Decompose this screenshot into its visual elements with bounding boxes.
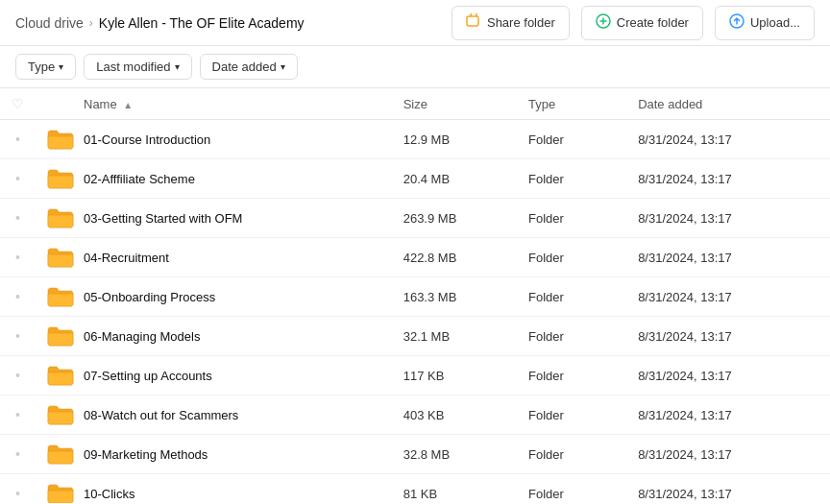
table-row[interactable]: • 10-Clicks 81 KBFolder8/31/2024, 13:17 xyxy=(0,474,830,504)
file-name-label: 07-Setting up Accounts xyxy=(84,369,212,383)
type-cell: Folder xyxy=(517,238,626,277)
name-sort-icon: ▲ xyxy=(123,100,133,110)
upload-label: Upload... xyxy=(750,15,800,30)
name-cell[interactable]: 08-Watch out for Scammers xyxy=(36,396,392,435)
folder-icon xyxy=(47,483,74,503)
size-col-header: Size xyxy=(392,88,517,120)
file-name-label: 05-Onboarding Process xyxy=(84,290,215,304)
size-cell: 163.3 MB xyxy=(392,277,517,317)
file-name-label: 08-Watch out for Scammers xyxy=(84,408,238,422)
type-cell: Folder xyxy=(517,317,626,356)
favorite-cell[interactable]: • xyxy=(0,199,36,238)
name-cell[interactable]: 04-Recruitment xyxy=(36,238,392,277)
name-cell[interactable]: 05-Onboarding Process xyxy=(36,277,392,317)
name-cell[interactable]: 10-Clicks xyxy=(36,474,392,504)
date-cell: 8/31/2024, 13:17 xyxy=(626,120,830,159)
favorite-icon[interactable]: • xyxy=(15,171,20,186)
heart-header-icon: ♡ xyxy=(12,96,24,111)
top-bar: Cloud drive › Kyle Allen - The OF Elite … xyxy=(0,0,830,46)
favorite-icon[interactable]: • xyxy=(15,328,20,344)
upload-button[interactable]: Upload... xyxy=(715,6,815,40)
name-col-label: Name xyxy=(84,97,117,111)
type-col-label: Type xyxy=(528,97,555,111)
share-folder-label: Share folder xyxy=(487,15,555,30)
file-table: ♡ Name ▲ Size Type Date added • xyxy=(0,88,830,503)
favorite-cell[interactable]: • xyxy=(0,435,36,474)
last-modified-filter-button[interactable]: Last modified ▾ xyxy=(84,54,191,80)
date-cell: 8/31/2024, 13:17 xyxy=(626,356,830,396)
table-row[interactable]: • 09-Marketing Methods 32.8 MBFolder8/31… xyxy=(0,435,830,474)
name-cell[interactable]: 06-Managing Models xyxy=(36,317,392,356)
table-row[interactable]: • 06-Managing Models 32.1 MBFolder8/31/2… xyxy=(0,317,830,356)
share-folder-button[interactable]: Share folder xyxy=(452,6,570,40)
svg-rect-0 xyxy=(467,16,478,26)
name-cell[interactable]: 07-Setting up Accounts xyxy=(36,356,392,396)
favorite-icon[interactable]: • xyxy=(15,446,20,462)
file-list-container: ♡ Name ▲ Size Type Date added • xyxy=(0,88,830,503)
type-cell: Folder xyxy=(517,474,626,504)
favorite-cell[interactable]: • xyxy=(0,238,36,277)
name-col-header[interactable]: Name ▲ xyxy=(36,88,392,120)
type-cell: Folder xyxy=(517,435,626,474)
type-filter-button[interactable]: Type ▾ xyxy=(15,54,76,80)
favorite-cell[interactable]: • xyxy=(0,396,36,435)
create-folder-button[interactable]: Create folder xyxy=(581,6,703,40)
file-name-label: 06-Managing Models xyxy=(84,329,200,344)
date-cell: 8/31/2024, 13:17 xyxy=(626,199,830,238)
folder-icon xyxy=(47,325,74,347)
name-cell[interactable]: 01-Course Introduction xyxy=(36,120,392,159)
favorite-icon[interactable]: • xyxy=(15,250,20,265)
table-row[interactable]: • 05-Onboarding Process 163.3 MBFolder8/… xyxy=(0,277,830,317)
size-cell: 20.4 MB xyxy=(392,159,517,199)
size-col-label: Size xyxy=(403,97,427,111)
table-row[interactable]: • 02-Afffiliate Scheme 20.4 MBFolder8/31… xyxy=(0,159,830,199)
current-folder-label: Kyle Allen - The OF Elite Academy xyxy=(99,15,305,31)
favorite-cell[interactable]: • xyxy=(0,120,36,159)
name-cell[interactable]: 09-Marketing Methods xyxy=(36,435,392,474)
favorite-icon[interactable]: • xyxy=(15,368,20,383)
favorite-icon[interactable]: • xyxy=(15,132,20,147)
size-cell: 32.1 MB xyxy=(392,317,517,356)
breadcrumb: Cloud drive › Kyle Allen - The OF Elite … xyxy=(15,15,305,31)
date-cell: 8/31/2024, 13:17 xyxy=(626,474,830,504)
table-row[interactable]: • 04-Recruitment 422.8 MBFolder8/31/2024… xyxy=(0,238,830,277)
favorite-cell[interactable]: • xyxy=(0,277,36,317)
table-row[interactable]: • 01-Course Introduction 12.9 MBFolder8/… xyxy=(0,120,830,159)
table-row[interactable]: • 03-Getting Started with OFM 263.9 MBFo… xyxy=(0,199,830,238)
folder-icon xyxy=(47,404,74,425)
favorite-icon[interactable]: • xyxy=(15,289,20,304)
name-cell[interactable]: 02-Afffiliate Scheme xyxy=(36,159,392,199)
table-header-row: ♡ Name ▲ Size Type Date added xyxy=(0,88,830,120)
folder-icon xyxy=(47,444,74,465)
name-cell[interactable]: 03-Getting Started with OFM xyxy=(36,199,392,238)
breadcrumb-separator: › xyxy=(89,16,93,30)
size-cell: 32.8 MB xyxy=(392,435,517,474)
upload-icon xyxy=(729,13,745,33)
favorite-cell[interactable]: • xyxy=(0,159,36,199)
favorite-cell[interactable]: • xyxy=(0,474,36,504)
last-modified-chevron-icon: ▾ xyxy=(175,61,180,72)
create-icon xyxy=(596,13,611,33)
type-col-header: Type xyxy=(517,88,626,120)
date-added-filter-button[interactable]: Date added ▾ xyxy=(200,54,298,80)
favorite-col-header: ♡ xyxy=(0,88,36,120)
table-row[interactable]: • 07-Setting up Accounts 117 KBFolder8/3… xyxy=(0,356,830,396)
favorite-cell[interactable]: • xyxy=(0,317,36,356)
folder-icon xyxy=(47,207,74,228)
table-row[interactable]: • 08-Watch out for Scammers 403 KBFolder… xyxy=(0,396,830,435)
file-name-label: 04-Recruitment xyxy=(84,251,169,265)
file-name-label: 09-Marketing Methods xyxy=(84,447,208,462)
favorite-icon[interactable]: • xyxy=(15,486,20,501)
size-cell: 263.9 MB xyxy=(392,199,517,238)
last-modified-label: Last modified xyxy=(96,60,170,74)
type-chevron-icon: ▾ xyxy=(59,61,63,72)
type-cell: Folder xyxy=(517,159,626,199)
folder-icon xyxy=(47,247,74,268)
filter-bar: Type ▾ Last modified ▾ Date added ▾ xyxy=(0,46,830,88)
favorite-icon[interactable]: • xyxy=(15,210,20,226)
favorite-icon[interactable]: • xyxy=(15,407,20,422)
favorite-cell[interactable]: • xyxy=(0,356,36,396)
cloud-drive-link[interactable]: Cloud drive xyxy=(15,15,84,31)
file-name-label: 02-Afffiliate Scheme xyxy=(84,172,195,186)
file-name-label: 01-Course Introduction xyxy=(84,132,210,147)
